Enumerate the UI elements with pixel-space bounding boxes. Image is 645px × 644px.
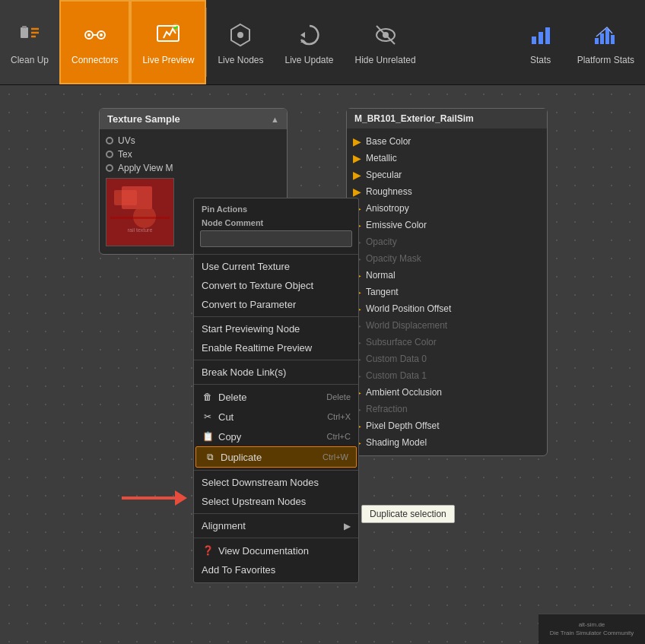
convert-parameter-label: Convert to Parameter — [202, 299, 296, 310]
context-use-current-texture[interactable]: Use Current Texture — [194, 257, 358, 276]
live-preview-icon — [153, 20, 183, 50]
toolbar-platform-stats[interactable]: Platform Stats — [567, 0, 645, 84]
pin-label: Base Color — [366, 136, 411, 147]
material-title: M_BR101_Exterior_RailSim — [354, 113, 474, 124]
pin-label: Opacity Mask — [366, 253, 421, 264]
context-convert-texture-object[interactable]: Convert to Texture Object — [194, 276, 358, 295]
toolbar-cleanup[interactable]: Clean Up — [0, 0, 59, 84]
material-node: M_BR101_Exterior_RailSim ▶ Base Color▶ M… — [346, 108, 548, 456]
context-copy[interactable]: 📋 Copy Ctrl+C — [194, 427, 358, 446]
context-add-favorites[interactable]: Add To Favorites — [194, 560, 358, 579]
texture-preview-inner: rail texture — [106, 179, 173, 246]
hide-unrelated-label: Hide Unrelated — [355, 55, 416, 65]
svg-rect-21 — [545, 27, 550, 44]
material-pin-roughness: ▶ Roughness — [347, 183, 547, 200]
pin-uvs: UVs — [100, 134, 287, 148]
apply-view-dot — [106, 164, 113, 172]
pin-label: Custom Data 0 — [366, 354, 427, 364]
pin-arrow: ▶ — [353, 169, 361, 181]
enable-realtime-label: Enable Realtime Preview — [202, 342, 312, 354]
toolbar-live-preview[interactable]: Live Preview — [130, 0, 206, 84]
texture-preview: rail texture — [106, 178, 174, 246]
divider-5 — [194, 470, 358, 471]
context-select-upstream[interactable]: Select Upstream Nodes — [194, 492, 358, 511]
node-comment-input[interactable] — [200, 230, 352, 247]
arrow-indicator — [122, 490, 187, 506]
toolbar-stats[interactable]: Stats — [515, 0, 567, 84]
svg-rect-0 — [21, 27, 28, 38]
context-duplicate[interactable]: ⧉ Duplicate Ctrl+W — [195, 446, 357, 468]
material-pin-ambient-occlusion: ▶ Ambient Occlusion — [347, 384, 547, 401]
select-upstream-label: Select Upstream Nodes — [202, 496, 306, 507]
platform-stats-icon — [590, 20, 621, 50]
context-enable-realtime[interactable]: Enable Realtime Preview — [194, 338, 358, 357]
pin-arrow: ▶ — [353, 152, 361, 164]
cut-left: ✂ Cut — [202, 411, 234, 423]
material-body: ▶ Base Color▶ Metallic▶ Specular▶ Roughn… — [347, 128, 547, 455]
view-docs-left: ❓ View Documentation — [202, 544, 309, 557]
pin-label: Ambient Occlusion — [366, 387, 442, 398]
context-alignment[interactable]: Alignment ▶ — [194, 516, 358, 535]
divider-4 — [194, 384, 358, 385]
material-pin-world-position-offset: ▶ World Position Offset — [347, 300, 547, 317]
divider-1 — [194, 254, 358, 255]
context-select-downstream[interactable]: Select Downstream Nodes — [194, 473, 358, 492]
canvas-area[interactable]: Texture Sample ▲ UVs Tex Apply View M — [0, 85, 645, 644]
svg-text:rail texture: rail texture — [128, 227, 153, 233]
duplicate-shortcut: Ctrl+W — [322, 452, 348, 462]
pin-label: Normal — [366, 270, 396, 281]
delete-left: 🗑 Delete — [202, 391, 247, 403]
duplicate-tooltip: Duplicate selection — [361, 505, 455, 523]
start-preview-label: Start Previewing Node — [202, 323, 300, 335]
copy-label: Copy — [218, 431, 241, 443]
svg-rect-20 — [539, 32, 543, 44]
context-delete[interactable]: 🗑 Delete Delete — [194, 387, 358, 407]
svg-rect-30 — [110, 217, 170, 219]
apply-view-label: Apply View M — [118, 163, 173, 173]
texture-sample-header: Texture Sample ▲ — [100, 109, 287, 129]
pin-label: Pixel Depth Offset — [366, 420, 440, 431]
divider-2 — [194, 316, 358, 317]
context-menu: Pin Actions Node Comment Use Current Tex… — [193, 198, 359, 583]
pin-label: Shading Model — [366, 437, 427, 448]
arrow-body — [122, 496, 175, 500]
convert-texture-object-label: Convert to Texture Object — [202, 280, 313, 291]
arrow-head — [175, 490, 187, 506]
context-break-link[interactable]: Break Node Link(s) — [194, 363, 358, 382]
pin-label: Specular — [366, 170, 402, 180]
svg-rect-23 — [600, 33, 604, 44]
alignment-label: Alignment — [202, 520, 246, 531]
svg-rect-28 — [122, 186, 152, 209]
material-pin-anisotropy: ▶ Anisotropy — [347, 200, 547, 217]
duplicate-icon: ⧉ — [204, 451, 216, 463]
context-view-docs[interactable]: ❓ View Documentation — [194, 541, 358, 560]
context-start-preview[interactable]: Start Previewing Node — [194, 319, 358, 338]
svg-rect-19 — [532, 36, 536, 44]
live-nodes-label: Live Nodes — [218, 55, 263, 65]
toolbar-live-nodes[interactable]: Live Nodes — [207, 0, 274, 84]
live-nodes-icon — [225, 20, 256, 50]
live-preview-label: Live Preview — [142, 55, 194, 65]
pin-apply-view: Apply View M — [100, 161, 287, 175]
toolbar: Clean Up Connectors Live Preview — [0, 0, 645, 85]
uvs-label: UVs — [118, 135, 135, 146]
tex-label: Tex — [118, 149, 132, 160]
toolbar-hide-unrelated[interactable]: Hide Unrelated — [345, 0, 427, 84]
material-pin-normal: ▶ Normal — [347, 267, 547, 284]
cut-icon: ✂ — [202, 411, 214, 423]
cut-label: Cut — [218, 411, 234, 423]
material-pin-opacity-mask: ▶ Opacity Mask — [347, 250, 547, 267]
pin-label: Refraction — [366, 404, 408, 414]
pin-label: World Position Offset — [366, 303, 451, 314]
toolbar-live-update[interactable]: Live Update — [274, 0, 344, 84]
view-docs-icon: ❓ — [202, 544, 214, 557]
divider-7 — [194, 538, 358, 538]
context-cut[interactable]: ✂ Cut Ctrl+X — [194, 407, 358, 427]
copy-left: 📋 Copy — [202, 430, 241, 443]
material-pin-specular: ▶ Specular — [347, 167, 547, 183]
context-convert-parameter[interactable]: Convert to Parameter — [194, 295, 358, 314]
toolbar-connectors[interactable]: Connectors — [59, 0, 130, 84]
logo-text: alt-sim.deDie Train Simulator Community — [550, 621, 634, 637]
tex-dot — [106, 151, 113, 158]
svg-rect-1 — [22, 26, 27, 28]
